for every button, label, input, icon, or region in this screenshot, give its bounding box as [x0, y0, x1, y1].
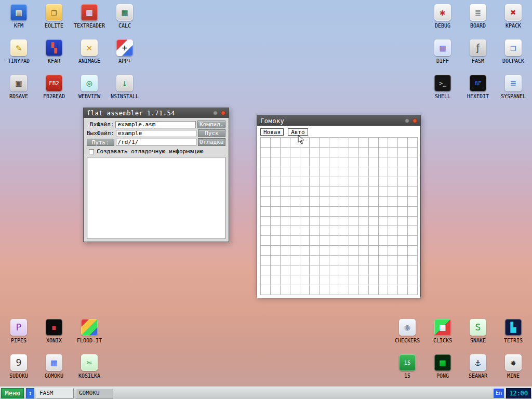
- gomoku-cell[interactable]: [379, 167, 389, 177]
- gomoku-cell[interactable]: [290, 265, 300, 275]
- gomoku-cell[interactable]: [329, 207, 339, 217]
- gomoku-cell[interactable]: [349, 217, 359, 227]
- gomoku-cell[interactable]: [349, 275, 359, 285]
- gomoku-cell[interactable]: [320, 138, 329, 148]
- gomoku-cell[interactable]: [349, 285, 359, 295]
- desktop-icon-sudoku[interactable]: 9SUDOKU: [1, 351, 36, 387]
- gomoku-cell[interactable]: [388, 226, 398, 236]
- gomoku-cell[interactable]: [398, 226, 408, 236]
- gomoku-cell[interactable]: [300, 148, 310, 157]
- desktop-icon-debug[interactable]: ✱DEBUG: [425, 1, 460, 36]
- gomoku-cell[interactable]: [329, 217, 339, 227]
- gomoku-cell[interactable]: [271, 187, 281, 197]
- desktop-icon-app-[interactable]: +APP+: [107, 36, 142, 72]
- desktop-icon-shell[interactable]: >_SHELL: [425, 72, 460, 107]
- gomoku-cell[interactable]: [388, 275, 398, 285]
- gomoku-cell[interactable]: [310, 207, 320, 217]
- gomoku-cell[interactable]: [398, 265, 408, 275]
- desktop-icon-fasm[interactable]: ƒFASM: [460, 36, 496, 72]
- desktop-icon-calc[interactable]: ▦CALC: [107, 1, 142, 36]
- gomoku-cell[interactable]: [300, 207, 310, 217]
- window-switch-button[interactable]: ↕: [26, 388, 34, 398]
- gomoku-cell[interactable]: [388, 177, 398, 187]
- gomoku-cell[interactable]: [300, 285, 310, 295]
- gomoku-cell[interactable]: [261, 167, 271, 177]
- gomoku-cell[interactable]: [369, 138, 379, 148]
- gomoku-cell[interactable]: [398, 177, 408, 187]
- desktop-icon-seawar[interactable]: ⚓SEAWAR: [460, 351, 496, 387]
- gomoku-cell[interactable]: [388, 265, 398, 275]
- gomoku-cell[interactable]: [349, 226, 359, 236]
- gomoku-cell[interactable]: [281, 187, 290, 197]
- gomoku-cell[interactable]: [300, 246, 310, 256]
- auto-button[interactable]: Авто: [288, 128, 308, 136]
- keyboard-layout-indicator[interactable]: En: [494, 389, 504, 398]
- gomoku-cell[interactable]: [281, 265, 290, 275]
- gomoku-cell[interactable]: [339, 197, 349, 207]
- desktop-icon-webview[interactable]: ◎WEBVIEW: [72, 72, 107, 107]
- gomoku-cell[interactable]: [398, 197, 408, 207]
- gomoku-cell[interactable]: [369, 285, 379, 295]
- gomoku-cell[interactable]: [379, 285, 389, 295]
- gomoku-cell[interactable]: [398, 187, 408, 197]
- desktop-icon-xonix[interactable]: ▪XONIX: [36, 316, 72, 351]
- gomoku-cell[interactable]: [329, 148, 339, 157]
- gomoku-cell[interactable]: [290, 177, 300, 187]
- gomoku-cell[interactable]: [310, 265, 320, 275]
- gomoku-cell[interactable]: [320, 157, 329, 167]
- gomoku-cell[interactable]: [310, 217, 320, 227]
- gomoku-cell[interactable]: [398, 167, 408, 177]
- gomoku-cell[interactable]: [339, 256, 349, 265]
- gomoku-cell[interactable]: [329, 236, 339, 246]
- gomoku-cell[interactable]: [300, 157, 310, 167]
- minimize-button[interactable]: [213, 111, 218, 115]
- gomoku-cell[interactable]: [388, 167, 398, 177]
- gomoku-cell[interactable]: [369, 226, 379, 236]
- gomoku-board[interactable]: [260, 137, 418, 295]
- gomoku-cell[interactable]: [261, 187, 271, 197]
- gomoku-cell[interactable]: [339, 148, 349, 157]
- gomoku-cell[interactable]: [398, 207, 408, 217]
- gomoku-cell[interactable]: [379, 236, 389, 246]
- gomoku-cell[interactable]: [281, 157, 290, 167]
- gomoku-cell[interactable]: [310, 226, 320, 236]
- desktop-icon-pipes[interactable]: PPIPES: [1, 316, 36, 351]
- gomoku-cell[interactable]: [398, 157, 408, 167]
- gomoku-cell[interactable]: [369, 256, 379, 265]
- gomoku-cell[interactable]: [300, 187, 310, 197]
- gomoku-cell[interactable]: [271, 246, 281, 256]
- gomoku-cell[interactable]: [310, 157, 320, 167]
- gomoku-cell[interactable]: [329, 285, 339, 295]
- gomoku-cell[interactable]: [310, 187, 320, 197]
- desktop-icon-checkers[interactable]: ◉CHECKERS: [390, 316, 425, 351]
- desktop-icon-tetris[interactable]: ▙TETRIS: [496, 316, 531, 351]
- gomoku-cell[interactable]: [271, 217, 281, 227]
- gomoku-cell[interactable]: [398, 217, 408, 227]
- gomoku-cell[interactable]: [261, 285, 271, 295]
- gomoku-cell[interactable]: [320, 265, 329, 275]
- gomoku-cell[interactable]: [349, 177, 359, 187]
- gomoku-cell[interactable]: [329, 246, 339, 256]
- desktop-icon-kosilka[interactable]: ✄KOSILKA: [72, 351, 107, 387]
- gomoku-cell[interactable]: [271, 275, 281, 285]
- gomoku-cell[interactable]: [388, 236, 398, 246]
- gomoku-cell[interactable]: [359, 275, 369, 285]
- gomoku-cell[interactable]: [388, 285, 398, 295]
- gomoku-cell[interactable]: [290, 167, 300, 177]
- gomoku-cell[interactable]: [339, 217, 349, 227]
- gomoku-cell[interactable]: [300, 197, 310, 207]
- gomoku-cell[interactable]: [349, 207, 359, 217]
- gomoku-cell[interactable]: [310, 148, 320, 157]
- desktop-icon-syspanel[interactable]: ≡SYSPANEL: [496, 72, 531, 107]
- gomoku-cell[interactable]: [310, 167, 320, 177]
- gomoku-cell[interactable]: [320, 256, 329, 265]
- gomoku-cell[interactable]: [408, 197, 418, 207]
- gomoku-cell[interactable]: [320, 197, 329, 207]
- gomoku-cell[interactable]: [369, 167, 379, 177]
- gomoku-cell[interactable]: [271, 157, 281, 167]
- gomoku-cell[interactable]: [408, 148, 418, 157]
- gomoku-cell[interactable]: [408, 217, 418, 227]
- gomoku-cell[interactable]: [271, 148, 281, 157]
- gomoku-cell[interactable]: [271, 226, 281, 236]
- gomoku-cell[interactable]: [310, 197, 320, 207]
